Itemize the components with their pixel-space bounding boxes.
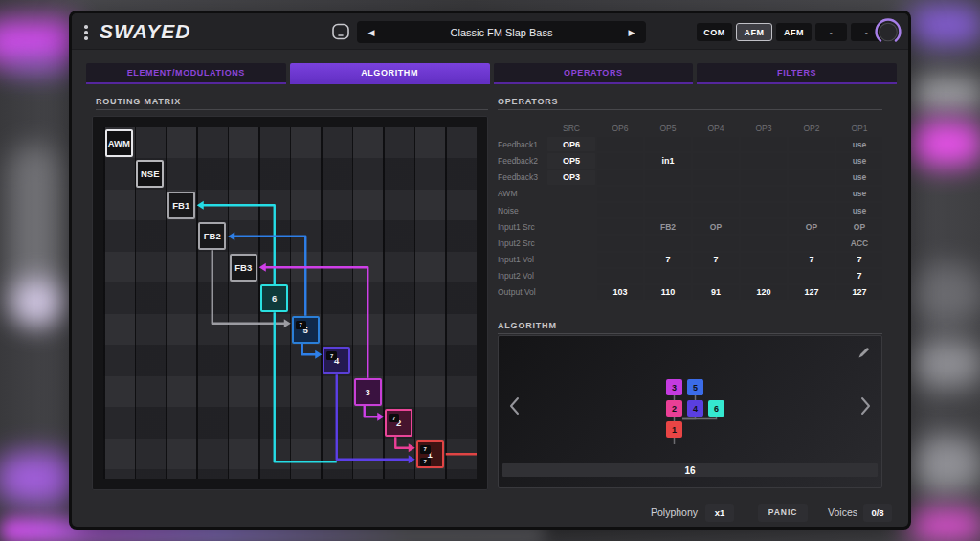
preset-prev-button[interactable]: ◀ bbox=[357, 28, 386, 37]
ops-cell-input1-vol-op3[interactable] bbox=[741, 253, 787, 267]
ops-cell-input2-vol-op3[interactable] bbox=[741, 269, 787, 283]
ops-cell-feedback1-op5[interactable] bbox=[645, 137, 691, 151]
mode-button-3-empty[interactable]: - bbox=[815, 23, 847, 41]
ops-src-feedback3[interactable]: OP3 bbox=[547, 170, 595, 185]
ops-cell-input2-src-op5[interactable] bbox=[645, 236, 691, 250]
tab-operators[interactable]: OPERATORS bbox=[494, 63, 694, 84]
matrix-node-fb3[interactable]: FB3 bbox=[230, 254, 257, 282]
ops-cell-feedback2-op1[interactable]: use bbox=[836, 153, 882, 168]
ops-cell-input1-src-op6[interactable] bbox=[597, 219, 643, 234]
ops-cell-feedback1-op1[interactable]: use bbox=[836, 137, 882, 151]
ops-cell-feedback3-op6[interactable] bbox=[597, 170, 643, 185]
matrix-node-awm[interactable]: AWM bbox=[105, 129, 133, 157]
ops-cell-noise-op6[interactable] bbox=[597, 203, 643, 217]
ops-cell-feedback1-op2[interactable] bbox=[789, 137, 835, 151]
ops-cell-feedback1-op4[interactable] bbox=[693, 137, 739, 151]
ops-cell-input1-src-op3[interactable] bbox=[741, 219, 787, 234]
ops-cell-output-vol-op6[interactable]: 103 bbox=[597, 285, 643, 300]
ops-cell-awm-op4[interactable] bbox=[693, 187, 739, 201]
ops-cell-input1-src-op4[interactable]: OP bbox=[693, 219, 739, 234]
algorithm-node-6[interactable]: 6 bbox=[708, 400, 724, 417]
ops-cell-noise-op2[interactable] bbox=[789, 203, 835, 217]
ops-cell-feedback3-op1[interactable]: use bbox=[836, 170, 882, 185]
ops-cell-noise-op1[interactable]: use bbox=[836, 203, 882, 217]
ops-cell-input1-src-op1[interactable]: OP bbox=[836, 219, 882, 234]
ops-cell-awm-op3[interactable] bbox=[741, 187, 787, 201]
ops-cell-output-vol-op1[interactable]: 127 bbox=[836, 285, 882, 300]
mode-button-2-afm[interactable]: AFM bbox=[776, 23, 812, 41]
preset-next-button[interactable]: ▶ bbox=[617, 28, 646, 37]
ops-cell-output-vol-op4[interactable]: 91 bbox=[693, 285, 739, 300]
ops-cell-input1-vol-op2[interactable]: 7 bbox=[789, 253, 835, 267]
ops-cell-input2-vol-op1[interactable]: 7 bbox=[836, 269, 882, 283]
matrix-node-fb1[interactable]: FB1 bbox=[167, 192, 195, 219]
algorithm-node-1[interactable]: 1 bbox=[666, 421, 682, 438]
matrix-node-3[interactable]: 3 bbox=[354, 378, 382, 406]
ops-cell-input2-vol-op5[interactable] bbox=[645, 269, 691, 283]
ops-cell-awm-op2[interactable] bbox=[789, 187, 835, 201]
ops-src-feedback2[interactable]: OP5 bbox=[547, 153, 595, 168]
algorithm-node-4[interactable]: 4 bbox=[687, 400, 703, 417]
tab-element-modulations[interactable]: ELEMENT/MODULATIONS bbox=[86, 63, 286, 84]
ops-cell-awm-op6[interactable] bbox=[597, 187, 643, 201]
ops-cell-input1-vol-op4[interactable]: 7 bbox=[693, 253, 739, 267]
ops-cell-output-vol-op2[interactable]: 127 bbox=[789, 285, 835, 300]
chevron-right-icon[interactable] bbox=[860, 396, 872, 419]
ops-cell-input2-vol-op2[interactable] bbox=[789, 269, 835, 283]
routing-matrix-grid[interactable]: AWMNSEFB1FB2FB365747327177 bbox=[103, 127, 477, 479]
disk-icon[interactable] bbox=[330, 21, 351, 46]
ops-cell-input2-src-op3[interactable] bbox=[741, 236, 787, 250]
ops-cell-input2-src-op6[interactable] bbox=[597, 236, 643, 250]
ops-cell-feedback1-op3[interactable] bbox=[741, 137, 787, 151]
ops-cell-input1-src-op5[interactable]: FB2 bbox=[645, 219, 691, 234]
ops-cell-input2-vol-op6[interactable] bbox=[597, 269, 643, 283]
mode-button-1-afm[interactable]: AFM bbox=[736, 23, 772, 41]
polyphony-button[interactable]: x1 bbox=[705, 504, 734, 522]
ops-cell-input1-vol-op1[interactable]: 7 bbox=[836, 253, 882, 267]
mod-amount-badge[interactable]: 7 bbox=[326, 351, 337, 360]
ops-cell-input1-vol-op6[interactable] bbox=[597, 253, 643, 267]
mod-amount-badge[interactable]: 7 bbox=[420, 445, 431, 454]
ops-cell-feedback3-op4[interactable] bbox=[693, 170, 739, 185]
ops-cell-feedback2-op3[interactable] bbox=[741, 153, 787, 168]
tab-filters[interactable]: FILTERS bbox=[697, 63, 897, 84]
ops-cell-input2-src-op1[interactable]: ACC bbox=[836, 236, 882, 250]
matrix-node-1[interactable]: 177 bbox=[416, 440, 444, 468]
ops-cell-output-vol-op5[interactable]: 110 bbox=[645, 285, 691, 300]
matrix-node-fb2[interactable]: FB2 bbox=[198, 222, 226, 250]
algorithm-node-3[interactable]: 3 bbox=[666, 379, 682, 395]
kebab-menu-icon[interactable] bbox=[84, 25, 88, 40]
panic-button[interactable]: PANIC bbox=[758, 504, 808, 522]
ops-cell-feedback3-op3[interactable] bbox=[741, 170, 787, 185]
mod-amount-badge[interactable]: 7 bbox=[420, 458, 431, 466]
volume-knob[interactable] bbox=[874, 17, 902, 50]
algorithm-number[interactable]: 16 bbox=[502, 463, 878, 477]
ops-cell-input1-src-op2[interactable]: OP bbox=[789, 219, 835, 234]
matrix-node-5[interactable]: 57 bbox=[292, 316, 320, 344]
algorithm-node-2[interactable]: 2 bbox=[666, 400, 682, 417]
matrix-node-6[interactable]: 6 bbox=[260, 284, 288, 312]
mode-button-0-com[interactable]: COM bbox=[697, 23, 732, 41]
ops-cell-awm-op5[interactable] bbox=[645, 187, 691, 201]
mod-amount-badge[interactable]: 7 bbox=[389, 414, 399, 422]
matrix-node-nse[interactable]: NSE bbox=[136, 160, 164, 188]
ops-cell-feedback2-op4[interactable] bbox=[693, 153, 739, 168]
chevron-left-icon[interactable] bbox=[508, 396, 520, 419]
ops-cell-input2-src-op2[interactable] bbox=[789, 236, 835, 250]
ops-cell-feedback2-op5[interactable]: in1 bbox=[645, 153, 691, 168]
ops-cell-input2-src-op4[interactable] bbox=[693, 236, 739, 250]
preset-name[interactable]: Classic FM Slap Bass bbox=[386, 27, 617, 38]
pencil-icon[interactable] bbox=[857, 345, 872, 364]
ops-cell-output-vol-op3[interactable]: 120 bbox=[741, 285, 787, 300]
ops-cell-input1-vol-op5[interactable]: 7 bbox=[645, 253, 691, 267]
ops-cell-noise-op5[interactable] bbox=[645, 203, 691, 217]
ops-cell-feedback1-op6[interactable] bbox=[597, 137, 643, 151]
ops-cell-feedback3-op5[interactable] bbox=[645, 170, 691, 185]
tab-algorithm[interactable]: ALGORITHM bbox=[290, 63, 490, 84]
mod-amount-badge[interactable]: 7 bbox=[296, 321, 306, 329]
matrix-node-2[interactable]: 27 bbox=[385, 409, 412, 437]
ops-cell-input2-vol-op4[interactable] bbox=[693, 269, 739, 283]
ops-src-feedback1[interactable]: OP6 bbox=[547, 137, 595, 151]
ops-cell-noise-op3[interactable] bbox=[741, 203, 787, 217]
ops-cell-awm-op1[interactable]: use bbox=[836, 187, 882, 201]
